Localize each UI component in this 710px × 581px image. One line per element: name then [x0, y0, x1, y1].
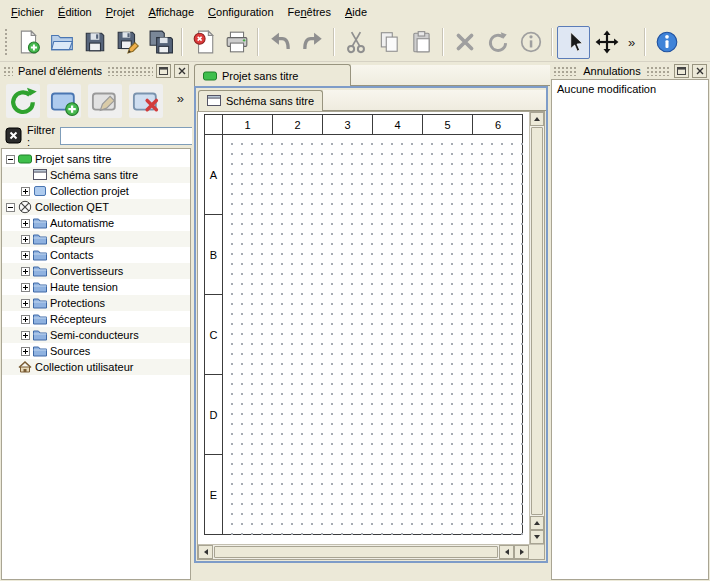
scroll-left-button-2[interactable]: [499, 545, 514, 559]
tree-item[interactable]: Collection QET: [2, 199, 190, 215]
scroll-up-icon: [534, 521, 540, 525]
folder-icon: [33, 264, 47, 278]
clear-filter-button[interactable]: [5, 127, 22, 144]
tree-item[interactable]: Collection utilisateur: [2, 359, 190, 375]
toolbar-separator: [181, 28, 183, 56]
tree-item[interactable]: Protections: [2, 295, 190, 311]
box-icon: [33, 184, 47, 198]
filter-input[interactable]: [60, 127, 210, 145]
tree-item[interactable]: Convertisseurs: [2, 263, 190, 279]
expander-plus-icon[interactable]: [21, 283, 30, 292]
scroll-right-button[interactable]: [514, 545, 529, 559]
rotate-button[interactable]: [481, 26, 514, 59]
undo-dock-titlebar[interactable]: Annulations: [550, 62, 710, 79]
copy-button[interactable]: [372, 26, 405, 59]
float-dock-button[interactable]: [156, 64, 171, 78]
expander-minus-icon[interactable]: [6, 155, 15, 164]
row-header: B: [205, 215, 222, 295]
scroll-up-button-2[interactable]: [530, 516, 544, 530]
new-element-button[interactable]: [47, 84, 81, 118]
reload-collections-button[interactable]: [6, 84, 40, 118]
folder-icon: [33, 216, 47, 230]
undo-history-list[interactable]: Aucune modification: [551, 79, 709, 580]
tree-item[interactable]: Projet sans titre: [2, 151, 190, 167]
close-dock-button[interactable]: [692, 64, 707, 78]
edit-element-button[interactable]: [88, 84, 122, 118]
elements-panel-titlebar[interactable]: Panel d'éléments: [0, 62, 192, 79]
info-button[interactable]: [514, 26, 547, 59]
menu-fenetres[interactable]: Fenêtres: [281, 3, 338, 21]
expander-minus-icon[interactable]: [6, 203, 15, 212]
project-tabbar: Projet sans titre: [192, 62, 550, 86]
horizontal-scrollbar[interactable]: [198, 545, 529, 559]
expander-plus-icon[interactable]: [21, 187, 30, 196]
tree-item[interactable]: Haute tension: [2, 279, 190, 295]
float-dock-button[interactable]: [674, 64, 689, 78]
scrollbar-corner: [529, 545, 544, 559]
paste-button[interactable]: [405, 26, 438, 59]
expander-plus-icon[interactable]: [21, 299, 30, 308]
save-all-button[interactable]: [144, 26, 177, 59]
horizontal-scroll-thumb[interactable]: [214, 546, 498, 558]
tree-item[interactable]: Automatisme: [2, 215, 190, 231]
new-document-button[interactable]: [12, 26, 45, 59]
undo-button[interactable]: [263, 26, 296, 59]
toolbar-handle[interactable]: [4, 28, 9, 56]
print-button[interactable]: [220, 26, 253, 59]
menu-edition[interactable]: Édition: [51, 3, 99, 21]
select-pointer-button[interactable]: [557, 26, 590, 59]
scroll-down-button[interactable]: [530, 530, 544, 544]
expander-plus-icon[interactable]: [21, 251, 30, 260]
tree-item[interactable]: Sources: [2, 343, 190, 359]
menu-projet[interactable]: Projet: [99, 3, 142, 21]
tab-schema-sans-titre[interactable]: Schéma sans titre: [198, 90, 323, 111]
scroll-up-button[interactable]: [530, 112, 544, 126]
vertical-scrollbar[interactable]: [529, 112, 544, 544]
delete-element-button[interactable]: [129, 84, 163, 118]
panel-overflow-button[interactable]: »: [172, 91, 189, 106]
expander-plus-icon[interactable]: [21, 331, 30, 340]
about-button[interactable]: [650, 26, 683, 59]
expander-plus-icon[interactable]: [21, 235, 30, 244]
tree-item-label: Récepteurs: [50, 313, 106, 325]
save-as-button[interactable]: [111, 26, 144, 59]
tree-item[interactable]: Collection projet: [2, 183, 190, 199]
expander-plus-icon[interactable]: [21, 315, 30, 324]
pointer-cursor-icon: [562, 30, 586, 54]
close-dock-button[interactable]: [174, 64, 189, 78]
save-button[interactable]: [78, 26, 111, 59]
diagram-view[interactable]: 123456 ABCDE: [198, 112, 529, 544]
scroll-left-button[interactable]: [198, 545, 213, 559]
tree-item[interactable]: Contacts: [2, 247, 190, 263]
new-document-icon: [17, 30, 41, 54]
tree-item[interactable]: Capteurs: [2, 231, 190, 247]
undo-empty-item[interactable]: Aucune modification: [555, 82, 705, 96]
expander-plus-icon[interactable]: [21, 219, 30, 228]
diagram-canvas[interactable]: [223, 135, 523, 535]
expander-plus-icon[interactable]: [21, 267, 30, 276]
delete-button[interactable]: [448, 26, 481, 59]
menu-fichier[interactable]: Fichier: [4, 3, 51, 21]
menu-affichage[interactable]: Affichage: [141, 3, 201, 21]
menu-configuration[interactable]: Configuration: [201, 3, 280, 21]
tree-item[interactable]: Récepteurs: [2, 311, 190, 327]
element-tree[interactable]: Projet sans titreSchéma sans titreCollec…: [1, 148, 191, 580]
toolbar-overflow-button[interactable]: »: [623, 35, 640, 50]
close-file-icon: [192, 30, 216, 54]
menu-aide[interactable]: Aide: [338, 3, 374, 21]
dock-handle-texture: [646, 66, 671, 76]
float-icon: [159, 67, 168, 75]
column-header: 1: [223, 115, 273, 134]
vertical-scroll-thumb[interactable]: [531, 127, 543, 515]
reload-icon: [8, 86, 38, 116]
redo-button[interactable]: [296, 26, 329, 59]
close-file-button[interactable]: [187, 26, 220, 59]
expander-plus-icon[interactable]: [21, 347, 30, 356]
tree-item[interactable]: Semi-conducteurs: [2, 327, 190, 343]
tree-item[interactable]: Schéma sans titre: [2, 167, 190, 183]
open-project-button[interactable]: [45, 26, 78, 59]
tab-projet-sans-titre[interactable]: Projet sans titre: [194, 64, 351, 86]
cut-button[interactable]: [339, 26, 372, 59]
move-view-button[interactable]: [590, 26, 623, 59]
tree-item-label: Contacts: [50, 249, 93, 261]
